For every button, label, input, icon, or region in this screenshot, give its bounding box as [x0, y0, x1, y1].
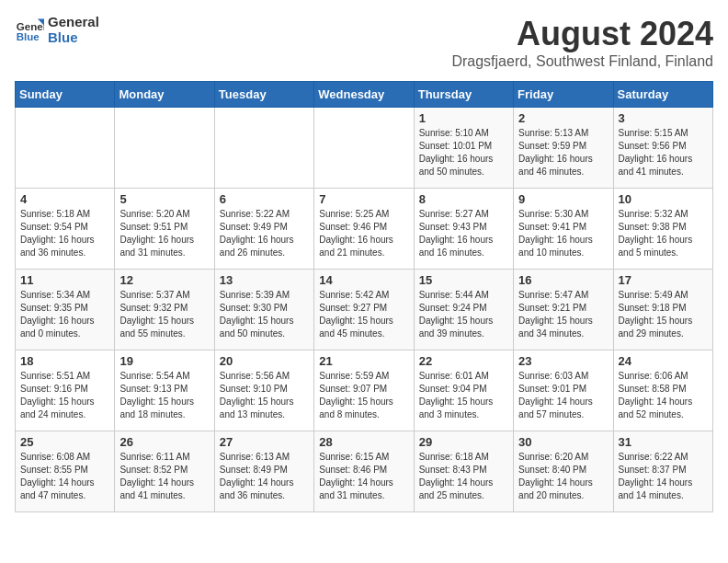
day-number: 14	[319, 273, 408, 287]
week-row-1: 1Sunrise: 5:10 AM Sunset: 10:01 PM Dayli…	[16, 108, 713, 189]
day-number: 2	[518, 111, 608, 125]
day-number: 20	[220, 354, 309, 368]
day-info: Sunrise: 6:01 AM Sunset: 9:04 PM Dayligh…	[419, 370, 508, 421]
day-number: 29	[419, 435, 508, 449]
cell-w5-d1: 25Sunrise: 6:08 AM Sunset: 8:55 PM Dayli…	[16, 431, 115, 512]
day-info: Sunrise: 5:59 AM Sunset: 9:07 PM Dayligh…	[319, 370, 408, 421]
cell-w2-d1: 4Sunrise: 5:18 AM Sunset: 9:54 PM Daylig…	[16, 189, 115, 270]
cell-w4-d6: 23Sunrise: 6:03 AM Sunset: 9:01 PM Dayli…	[514, 350, 613, 431]
cell-w2-d3: 6Sunrise: 5:22 AM Sunset: 9:49 PM Daylig…	[214, 189, 313, 270]
day-info: Sunrise: 6:20 AM Sunset: 8:40 PM Dayligh…	[518, 451, 608, 502]
page-header: General Blue General Blue August 2024 Dr…	[15, 15, 713, 70]
logo: General Blue General Blue	[15, 15, 99, 45]
day-number: 25	[20, 435, 109, 449]
cell-w4-d5: 22Sunrise: 6:01 AM Sunset: 9:04 PM Dayli…	[414, 350, 513, 431]
day-number: 31	[619, 435, 708, 449]
logo-line2: Blue	[48, 30, 99, 46]
cell-w2-d4: 7Sunrise: 5:25 AM Sunset: 9:46 PM Daylig…	[314, 189, 414, 270]
day-info: Sunrise: 6:06 AM Sunset: 8:58 PM Dayligh…	[619, 370, 708, 421]
logo-line1: General	[48, 15, 99, 30]
cell-w3-d7: 17Sunrise: 5:49 AM Sunset: 9:18 PM Dayli…	[613, 270, 712, 350]
header-friday: Friday	[514, 82, 613, 108]
calendar-subtitle: Dragsfjaerd, Southwest Finland, Finland	[451, 53, 713, 70]
cell-w4-d2: 19Sunrise: 5:54 AM Sunset: 9:13 PM Dayli…	[115, 350, 214, 431]
day-info: Sunrise: 5:10 AM Sunset: 10:01 PM Daylig…	[419, 127, 508, 178]
day-number: 9	[518, 192, 608, 206]
header-monday: Monday	[115, 82, 214, 108]
day-info: Sunrise: 6:08 AM Sunset: 8:55 PM Dayligh…	[20, 451, 109, 502]
cell-w3-d1: 11Sunrise: 5:34 AM Sunset: 9:35 PM Dayli…	[16, 270, 115, 350]
day-number: 15	[419, 273, 508, 287]
cell-w2-d5: 8Sunrise: 5:27 AM Sunset: 9:43 PM Daylig…	[414, 189, 513, 270]
day-info: Sunrise: 5:54 AM Sunset: 9:13 PM Dayligh…	[119, 370, 209, 421]
header-thursday: Thursday	[414, 82, 513, 108]
cell-w1-d3	[214, 108, 313, 189]
header-row: Sunday Monday Tuesday Wednesday Thursday…	[16, 82, 713, 108]
day-info: Sunrise: 5:13 AM Sunset: 9:59 PM Dayligh…	[518, 127, 608, 178]
cell-w4-d4: 21Sunrise: 5:59 AM Sunset: 9:07 PM Dayli…	[314, 350, 414, 431]
day-number: 12	[119, 273, 209, 287]
day-info: Sunrise: 5:22 AM Sunset: 9:49 PM Dayligh…	[220, 208, 309, 259]
day-info: Sunrise: 6:11 AM Sunset: 8:52 PM Dayligh…	[119, 451, 209, 502]
cell-w3-d2: 12Sunrise: 5:37 AM Sunset: 9:32 PM Dayli…	[115, 270, 214, 350]
cell-w3-d3: 13Sunrise: 5:39 AM Sunset: 9:30 PM Dayli…	[214, 270, 313, 350]
logo-icon: General Blue	[15, 16, 44, 45]
cell-w5-d5: 29Sunrise: 6:18 AM Sunset: 8:43 PM Dayli…	[414, 431, 513, 512]
calendar-table: Sunday Monday Tuesday Wednesday Thursday…	[15, 81, 713, 512]
day-info: Sunrise: 6:22 AM Sunset: 8:37 PM Dayligh…	[619, 451, 708, 502]
cell-w2-d2: 5Sunrise: 5:20 AM Sunset: 9:51 PM Daylig…	[115, 189, 214, 270]
day-number: 21	[319, 354, 408, 368]
day-number: 3	[619, 111, 708, 125]
header-tuesday: Tuesday	[214, 82, 313, 108]
day-number: 18	[20, 354, 109, 368]
day-number: 28	[319, 435, 408, 449]
day-info: Sunrise: 5:32 AM Sunset: 9:38 PM Dayligh…	[619, 208, 708, 259]
day-info: Sunrise: 5:15 AM Sunset: 9:56 PM Dayligh…	[619, 127, 708, 178]
day-number: 1	[419, 111, 508, 125]
header-sunday: Sunday	[16, 82, 115, 108]
cell-w1-d6: 2Sunrise: 5:13 AM Sunset: 9:59 PM Daylig…	[514, 108, 613, 189]
day-number: 27	[220, 435, 309, 449]
day-info: Sunrise: 5:37 AM Sunset: 9:32 PM Dayligh…	[119, 289, 209, 340]
title-block: August 2024 Dragsfjaerd, Southwest Finla…	[451, 15, 713, 70]
cell-w5-d7: 31Sunrise: 6:22 AM Sunset: 8:37 PM Dayli…	[613, 431, 712, 512]
day-info: Sunrise: 5:44 AM Sunset: 9:24 PM Dayligh…	[419, 289, 508, 340]
day-info: Sunrise: 5:20 AM Sunset: 9:51 PM Dayligh…	[119, 208, 209, 259]
day-number: 10	[619, 192, 708, 206]
day-number: 6	[220, 192, 309, 206]
day-number: 5	[119, 192, 209, 206]
week-row-2: 4Sunrise: 5:18 AM Sunset: 9:54 PM Daylig…	[16, 189, 713, 270]
cell-w5-d6: 30Sunrise: 6:20 AM Sunset: 8:40 PM Dayli…	[514, 431, 613, 512]
week-row-3: 11Sunrise: 5:34 AM Sunset: 9:35 PM Dayli…	[16, 270, 713, 350]
day-info: Sunrise: 5:47 AM Sunset: 9:21 PM Dayligh…	[518, 289, 608, 340]
cell-w3-d5: 15Sunrise: 5:44 AM Sunset: 9:24 PM Dayli…	[414, 270, 513, 350]
day-number: 7	[319, 192, 408, 206]
day-number: 22	[419, 354, 508, 368]
cell-w2-d7: 10Sunrise: 5:32 AM Sunset: 9:38 PM Dayli…	[613, 189, 712, 270]
day-number: 24	[619, 354, 708, 368]
day-info: Sunrise: 5:51 AM Sunset: 9:16 PM Dayligh…	[20, 370, 109, 421]
cell-w1-d4	[314, 108, 414, 189]
day-number: 23	[518, 354, 608, 368]
cell-w1-d7: 3Sunrise: 5:15 AM Sunset: 9:56 PM Daylig…	[613, 108, 712, 189]
day-info: Sunrise: 5:25 AM Sunset: 9:46 PM Dayligh…	[319, 208, 408, 259]
day-info: Sunrise: 5:42 AM Sunset: 9:27 PM Dayligh…	[319, 289, 408, 340]
day-number: 16	[518, 273, 608, 287]
day-info: Sunrise: 6:13 AM Sunset: 8:49 PM Dayligh…	[220, 451, 309, 502]
cell-w5-d2: 26Sunrise: 6:11 AM Sunset: 8:52 PM Dayli…	[115, 431, 214, 512]
day-number: 11	[20, 273, 109, 287]
cell-w4-d7: 24Sunrise: 6:06 AM Sunset: 8:58 PM Dayli…	[613, 350, 712, 431]
header-saturday: Saturday	[613, 82, 712, 108]
day-info: Sunrise: 6:03 AM Sunset: 9:01 PM Dayligh…	[518, 370, 608, 421]
cell-w1-d1	[16, 108, 115, 189]
cell-w3-d6: 16Sunrise: 5:47 AM Sunset: 9:21 PM Dayli…	[514, 270, 613, 350]
day-info: Sunrise: 5:18 AM Sunset: 9:54 PM Dayligh…	[20, 208, 109, 259]
cell-w3-d4: 14Sunrise: 5:42 AM Sunset: 9:27 PM Dayli…	[314, 270, 414, 350]
day-number: 8	[419, 192, 508, 206]
day-info: Sunrise: 5:30 AM Sunset: 9:41 PM Dayligh…	[518, 208, 608, 259]
day-info: Sunrise: 5:39 AM Sunset: 9:30 PM Dayligh…	[220, 289, 309, 340]
cell-w2-d6: 9Sunrise: 5:30 AM Sunset: 9:41 PM Daylig…	[514, 189, 613, 270]
day-info: Sunrise: 5:56 AM Sunset: 9:10 PM Dayligh…	[220, 370, 309, 421]
cell-w5-d4: 28Sunrise: 6:15 AM Sunset: 8:46 PM Dayli…	[314, 431, 414, 512]
day-number: 13	[220, 273, 309, 287]
